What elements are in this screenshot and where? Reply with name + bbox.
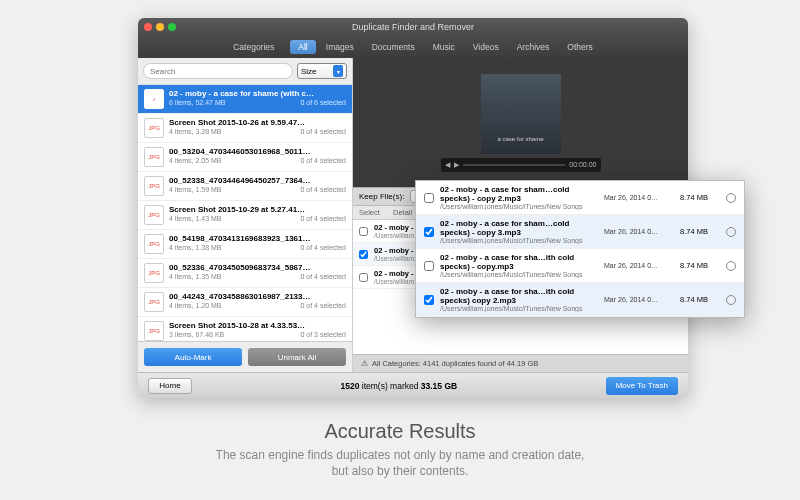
group-item[interactable]: JPGScreen Shot 2015-10-28 at 4.33.53…3 i… <box>138 317 352 341</box>
status-bar: ⚠ All Categories: 4141 duplicates found … <box>353 354 688 372</box>
dup-size: 8.74 MB <box>680 261 720 270</box>
tab-images[interactable]: Images <box>318 40 362 54</box>
col-detail: Detail <box>393 208 412 217</box>
row-checkbox[interactable] <box>359 250 368 259</box>
dup-path: /Users/william.jones/Music/iTunes/New So… <box>440 237 598 244</box>
search-input[interactable] <box>143 63 293 79</box>
dup-title: 02 - moby - a case for sham…cold specks)… <box>440 219 598 237</box>
sort-label: Size <box>301 67 317 76</box>
row-checkbox[interactable] <box>359 273 368 282</box>
group-meta-items: 4 items, 3.28 MB <box>169 128 222 135</box>
file-thumb-icon: ♪ <box>144 89 164 109</box>
group-meta-selected: 0 of 4 selected <box>300 273 346 280</box>
prev-icon[interactable]: ◀ <box>445 161 450 169</box>
titlebar: Duplicate Finder and Remover <box>138 18 688 36</box>
reveal-icon[interactable] <box>726 295 736 305</box>
album-cover: a case for shame <box>481 74 561 154</box>
group-item[interactable]: JPG00_53204_4703446053016968_5011…4 item… <box>138 143 352 172</box>
group-item[interactable]: ♪02 - moby - a case for shame (with c…6 … <box>138 85 352 114</box>
dup-title: 02 - moby - a case for sha…ith cold spec… <box>440 287 598 305</box>
row-checkbox[interactable] <box>359 227 368 236</box>
unmark-all-button[interactable]: Unmark All <box>248 348 346 366</box>
group-meta-selected: 0 of 4 selected <box>300 128 346 135</box>
dup-size: 8.74 MB <box>680 193 720 202</box>
group-meta-items: 4 items, 1.20 MB <box>169 302 222 309</box>
chevron-down-icon: ▾ <box>333 65 343 77</box>
popout-row[interactable]: 02 - moby - a case for sham…cold specks)… <box>416 181 744 215</box>
col-select: Select <box>359 208 385 217</box>
reveal-icon[interactable] <box>726 227 736 237</box>
move-to-trash-button[interactable]: Move To Trash <box>606 377 678 395</box>
album-title: a case for shame <box>497 136 543 142</box>
category-tabbar: CategoriesAllImagesDocumentsMusicVideosA… <box>138 36 688 58</box>
tab-all[interactable]: All <box>290 40 315 54</box>
warning-icon: ⚠ <box>361 359 368 368</box>
caption-heading: Accurate Results <box>0 420 800 443</box>
timecode: 00:00:00 <box>569 161 596 168</box>
sidebar-footer: Auto-Mark Unmark All <box>138 341 352 372</box>
tab-videos[interactable]: Videos <box>465 40 507 54</box>
dup-title: 02 - moby - a case for sham…cold specks)… <box>440 185 598 203</box>
seek-slider[interactable] <box>463 164 566 166</box>
reveal-icon[interactable] <box>726 193 736 203</box>
group-meta-selected: 0 of 4 selected <box>300 302 346 309</box>
row-checkbox[interactable] <box>424 261 434 271</box>
tab-archives[interactable]: Archives <box>509 40 558 54</box>
group-item[interactable]: JPG00_52336_4703450509683734_5867…4 item… <box>138 259 352 288</box>
dup-date: Mar 26, 2014 0… <box>604 194 674 201</box>
group-name: 00_54198_4703413169683923_1361… <box>169 234 346 243</box>
tab-music[interactable]: Music <box>425 40 463 54</box>
popout-row[interactable]: 02 - moby - a case for sham…cold specks)… <box>416 215 744 249</box>
tab-others[interactable]: Others <box>559 40 601 54</box>
dup-path: /Users/william.jones/Music/iTunes/New So… <box>440 271 598 278</box>
row-checkbox[interactable] <box>424 193 434 203</box>
group-meta-items: 4 items, 1.43 MB <box>169 215 222 222</box>
group-name: Screen Shot 2015-10-28 at 4.33.53… <box>169 321 346 330</box>
search-row: Size ▾ <box>138 58 352 85</box>
group-meta-selected: 0 of 4 selected <box>300 157 346 164</box>
tab-documents[interactable]: Documents <box>364 40 423 54</box>
sort-select[interactable]: Size ▾ <box>297 63 347 79</box>
group-meta-items: 4 items, 1.35 MB <box>169 273 222 280</box>
row-checkbox[interactable] <box>424 295 434 305</box>
file-thumb-icon: JPG <box>144 205 164 225</box>
group-meta-items: 6 items, 52.47 MB <box>169 99 225 106</box>
preview-pane: a case for shame ◀ ▶ 00:00:00 <box>353 58 688 188</box>
dup-size: 8.74 MB <box>680 295 720 304</box>
automark-button[interactable]: Auto-Mark <box>144 348 242 366</box>
dup-date: Mar 26, 2014 0… <box>604 228 674 235</box>
file-thumb-icon: JPG <box>144 147 164 167</box>
summary-count: 1520 <box>340 381 359 391</box>
caption-body: The scan engine finds duplicates not onl… <box>0 447 800 479</box>
file-thumb-icon: JPG <box>144 118 164 138</box>
group-meta-items: 4 items, 1.38 MB <box>169 244 222 251</box>
home-button[interactable]: Home <box>148 378 192 394</box>
selection-summary: 1520 item(s) marked 33.15 GB <box>200 381 598 391</box>
group-meta-selected: 0 of 3 selected <box>300 331 346 338</box>
playbar[interactable]: ◀ ▶ 00:00:00 <box>441 158 601 172</box>
popout-row[interactable]: 02 - moby - a case for sha…ith cold spec… <box>416 249 744 283</box>
group-meta-selected: 0 of 4 selected <box>300 186 346 193</box>
group-item[interactable]: JPG00_52338_4703446496450257_7364…4 item… <box>138 172 352 201</box>
bottom-bar: Home 1520 item(s) marked 33.15 GB Move T… <box>138 372 688 398</box>
tab-categories[interactable]: Categories <box>225 40 282 54</box>
dup-path: /Users/william.jones/Music/iTunes/New So… <box>440 203 598 210</box>
group-meta-items: 3 items, 67.48 KB <box>169 331 224 338</box>
group-item[interactable]: JPG00_44243_4703458863016987_2133…4 item… <box>138 288 352 317</box>
file-thumb-icon: JPG <box>144 321 164 341</box>
marketing-caption: Accurate Results The scan engine finds d… <box>0 420 800 479</box>
group-item[interactable]: JPG00_54198_4703413169683923_1361…4 item… <box>138 230 352 259</box>
dup-title: 02 - moby - a case for sha…ith cold spec… <box>440 253 598 271</box>
file-thumb-icon: JPG <box>144 263 164 283</box>
popout-row[interactable]: 02 - moby - a case for sha…ith cold spec… <box>416 283 744 317</box>
file-thumb-icon: JPG <box>144 234 164 254</box>
group-meta-items: 4 items, 2.05 MB <box>169 157 222 164</box>
group-item[interactable]: JPGScreen Shot 2015-10-26 at 9.59.47…4 i… <box>138 114 352 143</box>
group-name: 00_52338_4703446496450257_7364… <box>169 176 346 185</box>
group-name: 00_52336_4703450509683734_5867… <box>169 263 346 272</box>
group-item[interactable]: JPGScreen Shot 2015-10-29 at 5.27.41…4 i… <box>138 201 352 230</box>
group-name: 00_53204_4703446053016968_5011… <box>169 147 346 156</box>
row-checkbox[interactable] <box>424 227 434 237</box>
play-icon[interactable]: ▶ <box>454 161 459 169</box>
reveal-icon[interactable] <box>726 261 736 271</box>
